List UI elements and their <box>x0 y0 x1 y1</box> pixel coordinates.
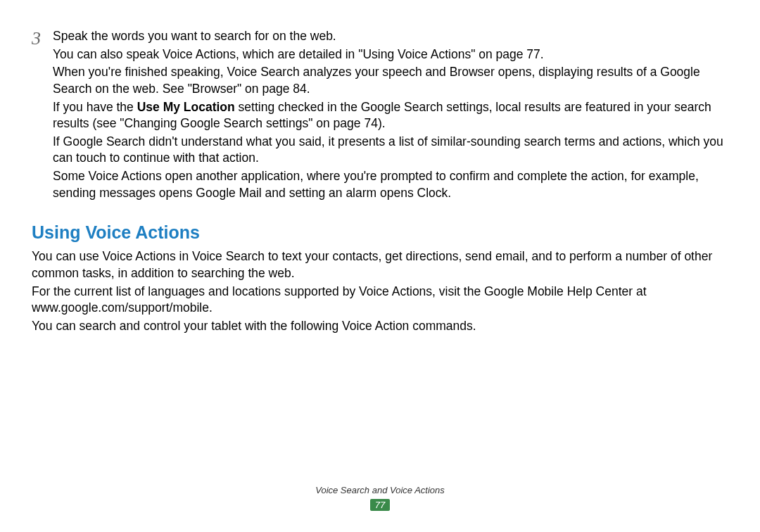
step-line-6: Some Voice Actions open another applicat… <box>53 168 728 201</box>
section-heading-using-voice-actions: Using Voice Actions <box>32 222 728 243</box>
step-line-1: Speak the words you want to search for o… <box>53 28 728 45</box>
section-p3: You can search and control your tablet w… <box>32 318 728 335</box>
step-3-block: 3 Speak the words you want to search for… <box>32 28 728 203</box>
step-line-4: If you have the Use My Location setting … <box>53 99 728 132</box>
step-content: Speak the words you want to search for o… <box>53 28 728 203</box>
section-body: You can use Voice Actions in Voice Searc… <box>32 248 728 334</box>
page-number-badge: 77 <box>370 499 390 511</box>
step-line-2: You can also speak Voice Actions, which … <box>53 46 728 63</box>
footer-chapter-title: Voice Search and Voice Actions <box>0 485 760 495</box>
step-line-4a: If you have the <box>53 100 137 114</box>
use-my-location-bold: Use My Location <box>137 100 235 114</box>
step-number: 3 <box>32 28 53 48</box>
step-line-3: When you're finished speaking, Voice Sea… <box>53 64 728 97</box>
section-p2: For the current list of languages and lo… <box>32 284 728 317</box>
step-line-5: If Google Search didn't understand what … <box>53 134 728 167</box>
page-footer: Voice Search and Voice Actions 77 <box>0 485 760 511</box>
section-p1: You can use Voice Actions in Voice Searc… <box>32 248 728 281</box>
